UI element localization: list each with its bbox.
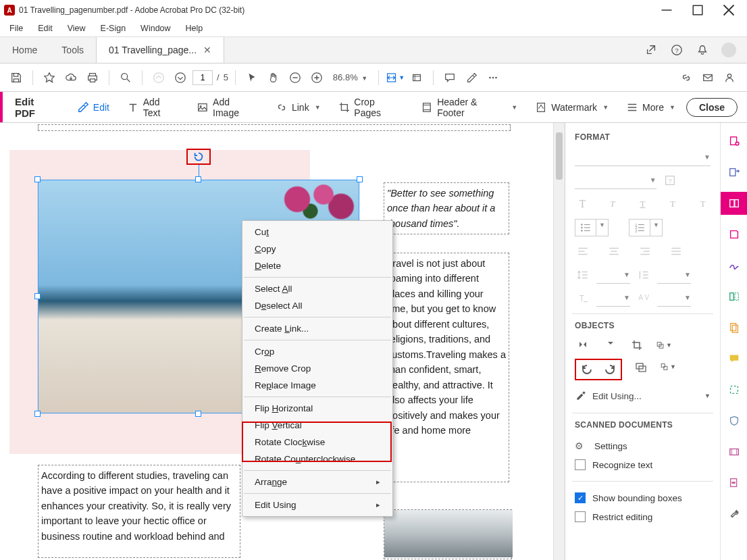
resize-handle[interactable] (34, 293, 41, 299)
resize-handle[interactable] (195, 411, 201, 417)
rail-save-icon[interactable] (721, 223, 748, 246)
text-box-bottom[interactable]: According to different studies, travelin… (38, 465, 240, 558)
subscript-icon[interactable]: T (695, 196, 711, 212)
add-text-button[interactable]: Add Text (120, 94, 186, 121)
scrollbar-vertical[interactable] (553, 123, 565, 560)
window-minimize[interactable] (651, 0, 682, 20)
tab-document[interactable]: 01 Travelling_page... ✕ (96, 37, 224, 63)
tab-home[interactable]: Home (0, 37, 49, 63)
arrange-icon[interactable]: ▼ (656, 337, 672, 353)
menu-window[interactable]: Window (134, 22, 177, 34)
account-avatar[interactable] (721, 43, 736, 57)
line-spacing-icon[interactable] (575, 267, 591, 283)
align-objects-icon[interactable]: ▼ (660, 359, 676, 375)
resize-handle[interactable] (195, 176, 201, 182)
crop-pages-button[interactable]: Crop Pages (332, 94, 411, 121)
underline-icon[interactable]: T (635, 196, 650, 212)
cm-replace-image[interactable]: Replace Image (242, 377, 392, 394)
pointer-icon[interactable] (242, 68, 261, 87)
link-button[interactable]: Link▼ (269, 99, 328, 116)
mail-icon[interactable] (698, 68, 717, 87)
resize-handle[interactable] (34, 176, 41, 182)
cm-copy[interactable]: Copy (242, 240, 392, 257)
cm-crop[interactable]: Crop (242, 343, 392, 360)
star-icon[interactable] (40, 68, 59, 87)
add-image-button[interactable]: Add Image (190, 94, 265, 121)
page-up-icon[interactable] (149, 68, 168, 87)
flip-horizontal-icon[interactable] (602, 337, 618, 353)
align-left-icon[interactable] (575, 243, 591, 259)
rail-organize-icon[interactable] (721, 285, 748, 308)
recognize-text-row[interactable]: Recognize text (575, 455, 711, 474)
bell-icon[interactable] (696, 43, 709, 57)
rail-more-tools-icon[interactable] (721, 503, 748, 526)
cm-flip-horizontal[interactable]: Flip Horizontal (242, 400, 392, 417)
profile-icon[interactable] (720, 68, 739, 87)
share-icon[interactable] (644, 43, 658, 57)
rail-edit-pdf-icon[interactable] (721, 192, 748, 215)
menu-view[interactable]: View (61, 22, 93, 34)
paragraph-spacing-value[interactable]: ▼ (657, 266, 691, 284)
close-edit-button[interactable]: Close (686, 98, 738, 117)
resize-handle[interactable] (357, 176, 363, 182)
rail-sign-icon[interactable] (721, 254, 748, 277)
cm-flip-vertical[interactable]: Flip Vertical (242, 417, 392, 434)
cm-remove-crop[interactable]: Remove Crop (242, 360, 392, 377)
font-style-dropdown[interactable]: ▼ (575, 172, 656, 189)
rotate-ccw-icon[interactable] (579, 361, 595, 378)
page-number-input[interactable] (192, 70, 213, 85)
cm-select-all[interactable]: Select All (242, 280, 392, 297)
menu-file[interactable]: File (3, 22, 30, 34)
header-footer-button[interactable]: Header & Footer▼ (414, 94, 524, 121)
menu-esign[interactable]: E-Sign (94, 22, 133, 34)
tab-tools[interactable]: Tools (49, 37, 96, 63)
menu-help[interactable]: Help (179, 22, 210, 34)
print-icon[interactable] (83, 68, 102, 87)
rail-export-icon[interactable] (721, 161, 748, 184)
align-justify-icon[interactable] (668, 243, 684, 259)
rail-protect-icon[interactable] (721, 409, 748, 432)
zoom-out-icon[interactable] (286, 68, 305, 87)
line-spacing-value[interactable]: ▼ (596, 266, 630, 284)
text-box-paragraph[interactable]: Travel is not just about roaming into di… (384, 253, 509, 482)
watermark-button[interactable]: Watermark▼ (528, 99, 615, 116)
fit-width-icon[interactable]: ▼ (386, 68, 405, 87)
show-bounding-checkbox[interactable]: ✓Show bounding boxes (575, 488, 711, 507)
rail-scan-icon[interactable] (721, 378, 748, 401)
rotate-cw-icon[interactable] (602, 361, 618, 378)
rotate-handle[interactable] (186, 149, 211, 165)
save-icon[interactable] (7, 68, 26, 87)
cm-edit-using[interactable]: Edit Using (242, 497, 392, 513)
char-spacing-icon[interactable]: AV (636, 290, 652, 306)
cm-cut[interactable]: Cut (242, 224, 392, 240)
rail-create-pdf-icon[interactable] (721, 130, 748, 153)
cm-delete[interactable]: Delete (242, 257, 392, 274)
char-spacing-value[interactable]: ▼ (657, 289, 691, 307)
bold-icon[interactable]: T (575, 196, 590, 212)
paragraph-spacing-icon[interactable] (636, 267, 652, 283)
h-scale-value[interactable]: ▼ (596, 289, 630, 307)
italic-icon[interactable]: T (605, 196, 621, 212)
highlight-icon[interactable] (462, 68, 481, 87)
rail-media-icon[interactable] (721, 440, 748, 463)
superscript-icon[interactable]: T (665, 196, 681, 212)
menu-edit[interactable]: Edit (31, 22, 59, 34)
resize-handle[interactable] (34, 411, 41, 417)
crop-icon[interactable] (629, 337, 645, 353)
more-button[interactable]: More▼ (619, 99, 682, 116)
cloud-icon[interactable] (61, 68, 80, 87)
edit-button[interactable]: Edit (70, 99, 116, 116)
window-maximize[interactable] (682, 0, 713, 20)
page-down-icon[interactable] (171, 68, 190, 87)
more-tools-icon[interactable] (484, 68, 503, 87)
rail-redact-icon[interactable] (721, 472, 748, 494)
restrict-editing-checkbox[interactable]: Restrict editing (575, 507, 711, 526)
bullet-list-button[interactable]: ▼ (575, 219, 609, 236)
number-list-button[interactable]: 123▼ (629, 219, 663, 236)
window-close[interactable] (713, 0, 744, 20)
hand-icon[interactable] (264, 68, 283, 87)
font-family-dropdown[interactable]: ▼ (575, 149, 711, 166)
text-box-quote[interactable]: "Better to see something once than hear … (384, 182, 509, 234)
zoom-in-icon[interactable] (307, 68, 326, 87)
image-box-outline[interactable] (384, 509, 512, 559)
